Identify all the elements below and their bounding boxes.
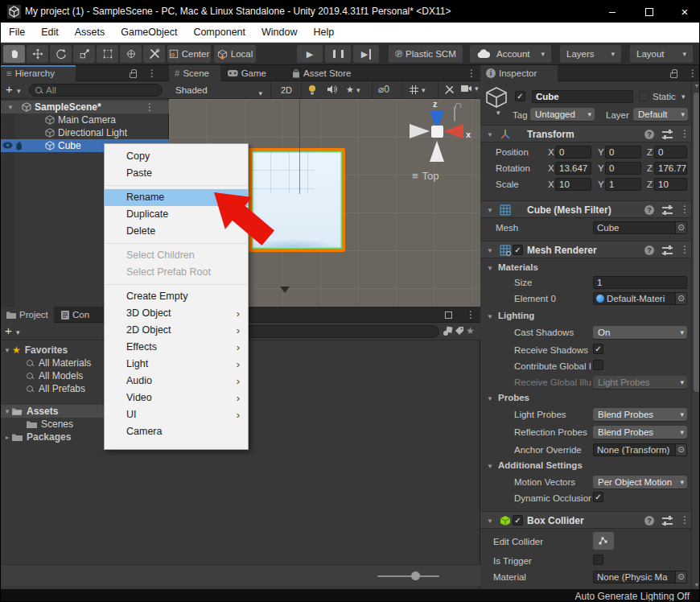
object-picker-icon[interactable]: ⊙ xyxy=(675,222,686,233)
rotation-z-field[interactable]: 176.77 xyxy=(654,162,687,175)
restore-panel-icon[interactable] xyxy=(445,311,452,319)
foldout-open-icon[interactable]: ▼ xyxy=(487,207,493,214)
foldout-open-icon[interactable]: ▼ xyxy=(487,131,493,138)
menu-file[interactable]: File xyxy=(1,23,33,42)
scrollbar-thumb[interactable] xyxy=(694,93,700,392)
scene-visibility-eye-icon[interactable] xyxy=(2,142,13,149)
hand-tool-button[interactable] xyxy=(3,45,25,63)
presets-icon[interactable] xyxy=(662,245,673,255)
transform-tool-button[interactable] xyxy=(120,45,142,63)
scale-z-field[interactable]: 10 xyxy=(654,178,687,191)
scene-effects-dropdown[interactable]: ★▾ xyxy=(346,85,360,95)
scroll-up-icon[interactable]: ▼ xyxy=(692,83,700,89)
anchor-override-field[interactable]: None (Transform)⊙ xyxy=(593,443,687,456)
motion-vectors-dropdown[interactable]: Per Object Motion▾ xyxy=(593,476,687,489)
pivot-center-button[interactable]: Center xyxy=(167,45,211,63)
plastic-scm-button[interactable]: ℗Plastic SCM xyxy=(389,45,463,63)
foldout-open-icon[interactable]: ▼ xyxy=(487,247,493,254)
project-add-button[interactable]: + xyxy=(5,324,12,337)
minimize-button[interactable]: – xyxy=(595,1,630,23)
lighting-section[interactable]: Lighting xyxy=(498,311,534,320)
rotate-tool-button[interactable] xyxy=(50,45,72,63)
menu-item-create-empty[interactable]: Create Empty xyxy=(105,288,248,305)
tab-hierarchy[interactable]: ≡Hierarchy xyxy=(1,65,76,81)
box-collider-header[interactable]: ▼ ✓ Box Collider ? ⋮ xyxy=(480,511,691,529)
menu-assets[interactable]: Assets xyxy=(67,23,113,42)
inspector-lock-button[interactable] xyxy=(670,69,677,78)
menu-item-copy[interactable]: Copy xyxy=(105,148,248,165)
menu-help[interactable]: Help xyxy=(305,23,342,42)
tab-asset-store[interactable]: Asset Store xyxy=(286,65,360,81)
object-picker-icon[interactable]: ⊙ xyxy=(675,444,686,456)
gizmo-south-cone[interactable] xyxy=(430,141,444,162)
tab-inspector[interactable]: iInspector xyxy=(480,65,558,81)
menu-item-ui[interactable]: UI› xyxy=(105,406,248,423)
save-search-button[interactable]: ★ xyxy=(466,325,475,336)
tree-row-scene[interactable]: ▼ SampleScene* ⋮ xyxy=(1,101,169,113)
hierarchy-search-input[interactable]: All xyxy=(29,84,163,97)
project-menu-button[interactable]: ⋮ xyxy=(466,309,476,320)
object-picker-icon[interactable]: ⊙ xyxy=(675,571,686,583)
mesh-filter-header[interactable]: ▼ Cube (Mesh Filter) ? ⋮ xyxy=(480,200,691,218)
shading-mode-dropdown[interactable]: Shaded▾ xyxy=(172,84,266,97)
foldout-open-icon[interactable]: ▼ xyxy=(2,408,12,415)
gameobject-active-checkbox[interactable]: ✓ xyxy=(515,91,525,101)
menu-item-video[interactable]: Video› xyxy=(105,390,248,406)
hidden-objects-button[interactable]: ⌀0 xyxy=(378,84,389,95)
scene-tools-button[interactable] xyxy=(444,85,455,95)
presets-icon[interactable] xyxy=(662,130,673,139)
collider-material-field[interactable]: None (Physic Ma⊙ xyxy=(593,571,687,583)
search-by-label-button[interactable] xyxy=(455,326,464,336)
maximize-button[interactable] xyxy=(632,1,667,23)
toggle-2d-button[interactable]: 2D xyxy=(275,84,298,97)
reflection-probes-dropdown[interactable]: Blend Probes▾ xyxy=(593,426,687,439)
menu-item-light[interactable]: Light› xyxy=(105,356,248,373)
menu-edit[interactable]: Edit xyxy=(33,23,67,42)
close-button[interactable]: × xyxy=(667,1,700,23)
menu-item-3d-object[interactable]: 3D Object› xyxy=(105,305,248,322)
component-menu-icon[interactable]: ⋮ xyxy=(680,514,690,526)
scroll-down-icon[interactable]: ▼ xyxy=(692,582,700,588)
tab-project[interactable]: Project xyxy=(1,307,54,323)
menu-component[interactable]: Component xyxy=(185,23,253,42)
tag-dropdown[interactable]: Untagged▾ xyxy=(530,108,595,121)
menu-item-2d-object[interactable]: 2D Object› xyxy=(105,322,248,339)
scene-lighting-button[interactable] xyxy=(307,85,317,96)
edit-collider-button[interactable] xyxy=(593,532,614,550)
object-picker-icon[interactable]: ⊙ xyxy=(675,293,686,304)
help-icon[interactable]: ? xyxy=(644,245,654,255)
move-tool-button[interactable] xyxy=(27,45,48,63)
pickability-hand-icon[interactable] xyxy=(14,141,23,150)
gameobject-icon-caret[interactable]: ▾ xyxy=(496,109,500,117)
gizmo-west-cone[interactable] xyxy=(410,124,430,138)
component-menu-icon[interactable]: ⋮ xyxy=(680,244,690,255)
foldout-open-icon[interactable]: ▼ xyxy=(2,347,12,354)
menu-gameobject[interactable]: GameObject xyxy=(113,23,185,42)
is-trigger-checkbox[interactable] xyxy=(593,555,603,565)
cast-shadows-dropdown[interactable]: On▾ xyxy=(593,326,687,339)
menu-item-effects[interactable]: Effects› xyxy=(105,339,248,356)
scene-camera-dropdown[interactable]: ▾ xyxy=(461,85,479,93)
materials-size-field[interactable]: 1 xyxy=(593,276,687,289)
hierarchy-lock-button[interactable] xyxy=(130,69,137,78)
icon-size-slider-handle[interactable] xyxy=(411,571,420,580)
rotation-x-field[interactable]: 13.647 xyxy=(555,162,591,175)
step-button[interactable]: ▶ xyxy=(353,45,379,63)
mesh-renderer-header[interactable]: ▼ ✓ Mesh Renderer ? ⋮ xyxy=(480,241,691,258)
hierarchy-add-button[interactable]: + xyxy=(6,82,13,96)
tree-row-directional-light[interactable]: Directional Light xyxy=(1,126,169,139)
menu-window[interactable]: Window xyxy=(253,23,305,42)
mesh-object-field[interactable]: Cube⊙ xyxy=(593,221,687,234)
help-icon[interactable]: ? xyxy=(644,205,654,215)
pivot-local-button[interactable]: Local xyxy=(214,45,256,63)
foldout-open-icon[interactable]: ▼ xyxy=(487,265,493,272)
gizmo-lock-icon[interactable] xyxy=(454,106,455,122)
foldout-open-icon[interactable]: ▼ xyxy=(487,395,493,402)
help-icon[interactable]: ? xyxy=(644,516,654,526)
foldout-open-icon[interactable]: ▼ xyxy=(6,104,15,111)
component-menu-icon[interactable]: ⋮ xyxy=(680,128,690,139)
tab-game[interactable]: Game xyxy=(222,65,272,81)
inspector-menu-button[interactable]: ⋮ xyxy=(688,68,698,79)
component-menu-icon[interactable]: ⋮ xyxy=(680,204,690,215)
static-caret[interactable]: ▾ xyxy=(681,93,686,101)
